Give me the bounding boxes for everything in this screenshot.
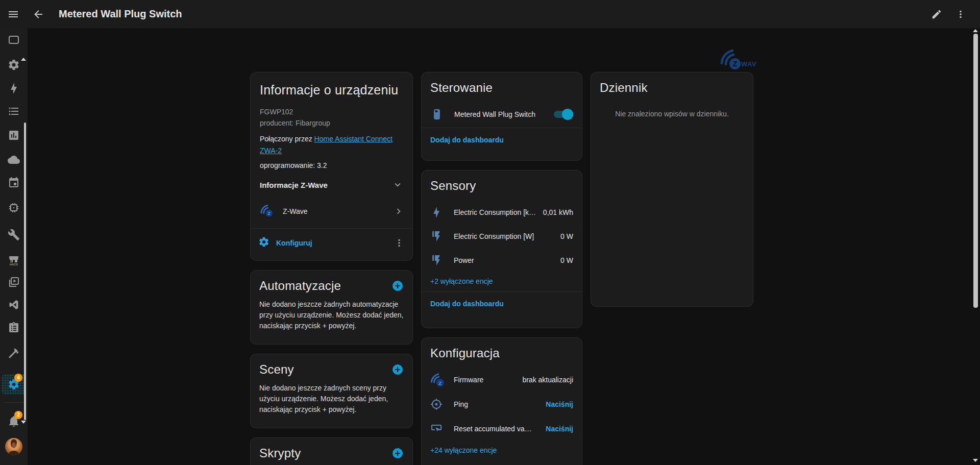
sidebar-item-supervisor[interactable] [8, 229, 20, 241]
sidebar-item-esphome[interactable] [8, 202, 20, 214]
zwave-icon: Z [259, 202, 275, 221]
scripts-card: Skrypty [250, 437, 413, 465]
svg-text:Z: Z [733, 60, 738, 68]
sensor-label: Power [454, 256, 474, 264]
flash-icon [430, 254, 443, 266]
sidebar-item-settings-top[interactable] [8, 59, 20, 71]
notifications-badge: 2 [14, 411, 22, 419]
automations-empty-text: Nie dodano jeszcze żadnych automatyzacje… [251, 299, 412, 331]
sidebar-item-logbook[interactable] [8, 105, 20, 117]
crosshair-icon [430, 398, 443, 410]
device-model: FGWP102 [260, 106, 403, 117]
sensor-value: 0 W [556, 232, 573, 240]
scenes-title: Sceny [259, 362, 294, 377]
ping-press-button[interactable]: Naciśnij [542, 400, 573, 408]
device-info-title: Informacje o urządzeniu [251, 72, 412, 97]
zwave-info-label: Informacje Z-Wave [260, 181, 328, 189]
settings-badge: 4 [14, 374, 22, 382]
config-title: Konfiguracja [422, 338, 582, 360]
user-avatar[interactable] [5, 438, 22, 455]
page-scroll-down-arrow[interactable] [973, 459, 978, 462]
scenes-empty-text: Nie dodano jeszcze żadnych sceny przy uż… [251, 383, 412, 415]
column-middle: Sterowanie Metered Wall Plug Switch [421, 72, 582, 465]
media-play-icon [8, 276, 20, 288]
sensors-card: Sensory Electric Consumption [k… 0,01 kW… [421, 170, 582, 328]
lightning-bolt-icon [8, 82, 20, 94]
sidebar-scroll-down-arrow[interactable] [21, 421, 26, 424]
zwave-logo: Z WAVE [718, 46, 756, 71]
sidebar-scrollbar[interactable] [24, 123, 26, 420]
automations-title: Automatyzacje [259, 279, 341, 293]
sidebar-item-todo[interactable] [8, 322, 20, 334]
edit-device-button[interactable] [926, 4, 947, 25]
config-disabled-entities-link[interactable]: +24 wyłączone encje [430, 446, 497, 454]
add-scene-button[interactable] [391, 363, 404, 376]
config-row-firmware[interactable]: Z Firmware brak aktualizacji [422, 368, 582, 392]
column-right: Dziennik Nie znaleziono wpisów w dzienni… [591, 72, 753, 316]
zwave-row-label: Z-Wave [283, 207, 307, 215]
list-icon [8, 105, 20, 117]
config-row-reset[interactable]: Reset accumulated va… Naciśnij [422, 417, 582, 441]
sensor-row-watt[interactable]: Electric Consumption [W] 0 W [422, 224, 582, 248]
sidebar-item-energy[interactable] [8, 82, 20, 94]
zwave-integration-row[interactable]: Z Z-Wave [251, 198, 412, 225]
svg-text:WAVE: WAVE [741, 60, 756, 68]
sensor-label: Electric Consumption [k… [454, 208, 536, 216]
sensors-disabled-entities-link[interactable]: +2 wyłączone encje [430, 277, 493, 285]
zwave-icon: Z [429, 371, 447, 388]
switch-entity-row[interactable]: Metered Wall Plug Switch [422, 101, 582, 128]
dashboard-icon [8, 34, 20, 46]
switch-entity-label: Metered Wall Plug Switch [454, 110, 535, 118]
sidebar-item-calendar[interactable] [8, 177, 20, 189]
scripts-title: Skrypty [259, 446, 301, 460]
toggle-knob [562, 109, 573, 120]
sensors-add-to-dashboard-link[interactable]: Dodaj do dashboardu [430, 300, 504, 308]
device-firmware: oprogramowanie: 3.2 [251, 161, 412, 169]
hammer-icon [8, 347, 20, 359]
configure-button[interactable]: Konfiguruj [276, 239, 312, 247]
sidebar-scroll-up-arrow[interactable] [21, 58, 26, 61]
reset-press-button[interactable]: Naciśnij [542, 425, 573, 433]
smart-plug-icon [430, 108, 444, 121]
controls-add-to-dashboard-link[interactable]: Dodaj do dashboardu [430, 136, 504, 144]
sidebar-item-hacs[interactable]: HACS [8, 254, 20, 266]
device-more-menu[interactable] [394, 237, 405, 249]
connected-via: Połączony przez Home Assistant Connect Z… [251, 133, 412, 157]
sidebar-item-developer-tools[interactable] [8, 347, 20, 359]
sidebar-item-media[interactable] [8, 276, 20, 288]
menu-icon[interactable] [3, 4, 23, 25]
logbook-card: Dziennik Nie znaleziono wpisów w dzienni… [591, 72, 753, 307]
sidebar-item-overview[interactable] [8, 34, 20, 46]
configure-row: Konfiguruj [251, 228, 412, 257]
sidebar-item-cloud[interactable] [8, 154, 20, 166]
sensor-row-power[interactable]: Power 0 W [422, 248, 582, 272]
tap-screen-icon [430, 423, 443, 435]
logbook-title: Dziennik [591, 72, 753, 95]
page-scrollbar[interactable] [973, 34, 978, 308]
add-automation-button[interactable] [391, 280, 404, 292]
config-row-ping[interactable]: Ping Naciśnij [422, 392, 582, 417]
logbook-empty-text: Nie znaleziono wpisów w dzienniku. [591, 110, 753, 118]
flash-icon [430, 230, 443, 242]
zwave-info-expander[interactable]: Informacje Z-Wave [260, 179, 403, 190]
hacs-store-icon: HACS [8, 254, 20, 266]
lightning-bolt-icon [430, 206, 443, 218]
svg-text:Z: Z [267, 211, 271, 216]
sidebar-divider [4, 402, 23, 403]
sidebar-item-vscode[interactable] [8, 299, 20, 311]
device-page-content: Z WAVE Informacje o urządzeniu FGWP102 p… [28, 28, 973, 465]
back-button[interactable] [28, 4, 48, 25]
svg-text:HACS: HACS [10, 263, 18, 266]
controls-title: Sterowanie [422, 72, 582, 95]
sidebar-item-history[interactable] [8, 129, 20, 141]
switch-toggle[interactable] [554, 109, 573, 120]
scenes-card: Sceny Nie dodano jeszcze żadnych sceny p… [250, 354, 413, 428]
sidebar: HACS 4 2 [0, 28, 28, 465]
add-script-button[interactable] [391, 447, 404, 459]
configure-gear-icon[interactable] [258, 236, 270, 250]
page-scroll-up-arrow[interactable] [973, 29, 978, 32]
wrench-icon [8, 229, 20, 241]
overflow-menu-button[interactable] [950, 4, 971, 25]
device-info-card: Informacje o urządzeniu FGWP102 producen… [250, 72, 413, 261]
sensor-row-kwh[interactable]: Electric Consumption [k… 0,01 kWh [422, 200, 582, 224]
